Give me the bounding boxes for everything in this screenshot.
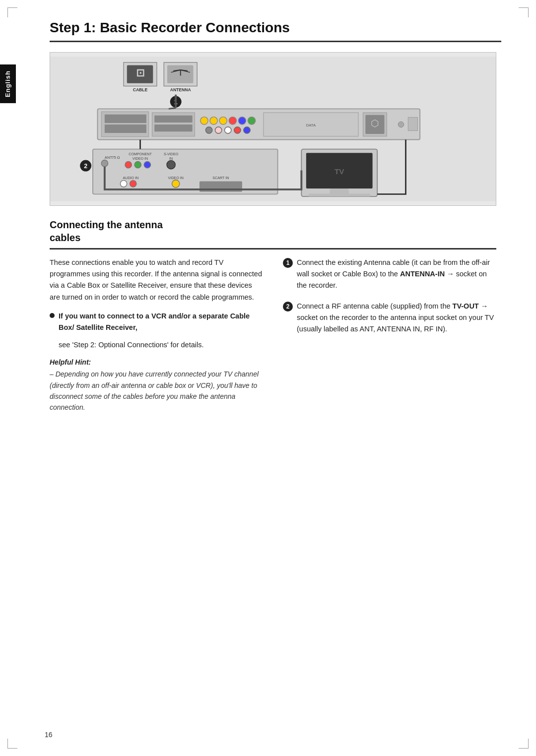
helpful-hint-text: – Depending on how you have currently co…	[50, 369, 263, 413]
svg-text:TV: TV	[335, 167, 344, 176]
page-number: 16	[45, 731, 53, 739]
svg-text:⊡: ⊡	[136, 67, 145, 78]
svg-rect-17	[105, 115, 146, 123]
svg-rect-20	[154, 116, 192, 123]
step-2: 2 Connect a RF antenna cable (supplied) …	[283, 301, 496, 335]
svg-point-55	[167, 161, 175, 169]
svg-point-30	[225, 127, 231, 133]
svg-point-60	[172, 180, 180, 188]
svg-text:ANTENNA: ANTENNA	[170, 87, 191, 92]
left-column: These connections enable you to watch an…	[50, 257, 263, 413]
svg-text:VIDEO IN: VIDEO IN	[168, 176, 183, 180]
step-number-2: 2	[283, 302, 293, 312]
svg-point-25	[229, 117, 236, 125]
svg-point-22	[201, 117, 208, 125]
svg-text:ANT: ANT	[105, 155, 113, 160]
bullet-item-vcr: If you want to connect to a VCR and/or a…	[50, 311, 263, 333]
svg-point-32	[244, 127, 250, 133]
svg-point-31	[234, 127, 241, 133]
svg-point-38	[398, 122, 403, 127]
svg-point-58	[130, 181, 136, 187]
section-heading-block: Connecting the antennacables	[50, 218, 496, 250]
svg-text:75 Ω: 75 Ω	[112, 155, 120, 160]
svg-text:2: 2	[84, 163, 87, 170]
page-title: Step 1: Basic Recorder Connections	[50, 20, 501, 42]
svg-point-29	[215, 127, 221, 133]
svg-text:IN: IN	[169, 157, 173, 161]
right-column: 1 Connect the existing Antenna cable (it…	[283, 257, 496, 413]
body-text: These connections enable you to watch an…	[50, 257, 263, 303]
step-1: 1 Connect the existing Antenna cable (it…	[283, 257, 496, 292]
svg-point-28	[205, 127, 212, 133]
svg-rect-39	[408, 118, 417, 131]
svg-text:AUDIO IN: AUDIO IN	[123, 176, 138, 180]
step-number-1: 1	[283, 258, 293, 268]
bullet-dot	[50, 313, 55, 318]
svg-text:COMPONENT: COMPONENT	[129, 152, 152, 156]
svg-rect-45	[93, 149, 278, 194]
svg-text:S-VIDEO: S-VIDEO	[164, 152, 179, 156]
svg-text:SCART IN: SCART IN	[212, 176, 229, 180]
bullet-sub-text: see 'Step 2: Optional Connections' for d…	[59, 339, 263, 351]
bullet-heading-text: If you want to connect to a VCR and/or a…	[59, 312, 250, 331]
content-columns: These connections enable you to watch an…	[50, 257, 496, 413]
svg-rect-43	[309, 193, 370, 196]
svg-point-52	[144, 161, 150, 168]
section-heading: Connecting the antennacables	[50, 218, 496, 244]
svg-point-50	[125, 161, 132, 168]
svg-point-26	[238, 117, 246, 125]
svg-point-47	[101, 160, 108, 167]
svg-point-24	[219, 117, 227, 125]
helpful-hint-label: Helpful Hint:	[50, 358, 263, 366]
svg-point-23	[210, 117, 217, 125]
svg-point-27	[248, 117, 255, 125]
svg-text:⬡: ⬡	[371, 118, 379, 128]
svg-text:DATA: DATA	[306, 123, 316, 127]
svg-rect-42	[330, 189, 349, 194]
svg-text:VIDEO IN: VIDEO IN	[133, 157, 148, 161]
svg-rect-21	[154, 125, 192, 131]
diagram-area: ⊡ CABLE ANTENNA 1	[50, 52, 496, 206]
svg-point-57	[120, 181, 127, 187]
step-2-text: Connect a RF antenna cable (supplied) fr…	[297, 301, 496, 335]
step-1-text: Connect the existing Antenna cable (it c…	[297, 257, 496, 292]
svg-rect-18	[105, 125, 146, 133]
svg-text:CABLE: CABLE	[133, 87, 148, 92]
svg-point-51	[134, 161, 141, 168]
